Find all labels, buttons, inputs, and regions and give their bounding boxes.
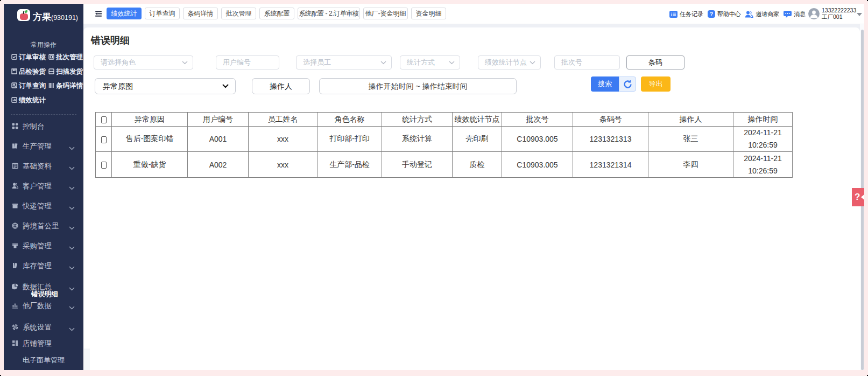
- svg-text:?: ?: [710, 11, 713, 17]
